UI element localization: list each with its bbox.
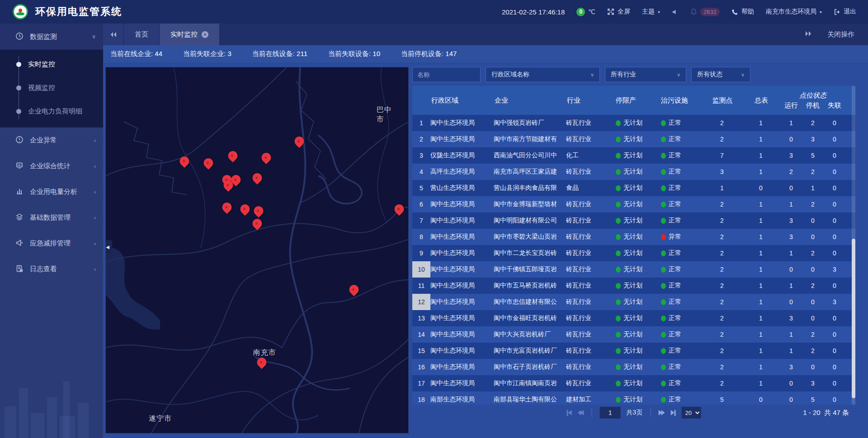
cell-lost: 0 bbox=[824, 359, 845, 375]
cell-meters: 1 bbox=[741, 196, 780, 212]
tabs-scroll-left-button[interactable] bbox=[103, 24, 124, 45]
status-dot-green bbox=[616, 332, 621, 338]
row-index: 16 bbox=[412, 359, 430, 375]
region-filter-value: 行政区域名称 bbox=[491, 71, 584, 79]
facility-status-text: 正常 bbox=[669, 298, 681, 306]
table-row[interactable]: 16阆中生态环境局阆中市石子页岩机砖厂砖瓦行业无计划正常21300 bbox=[412, 359, 855, 375]
cell-stop: 2 bbox=[802, 326, 824, 343]
prev-page-button[interactable] bbox=[578, 410, 584, 415]
sidebar-subitem-0-0[interactable]: 实时监控 bbox=[0, 52, 103, 76]
cell-facility-status: 正常 bbox=[656, 375, 703, 391]
sidebar: 数据监测∨实时监控视频监控企业电力负荷明细企业异常‹企业综合统计‹企业用电量分析… bbox=[0, 24, 103, 438]
next-page-button[interactable] bbox=[658, 410, 665, 415]
tabbar-right: 关闭操作 bbox=[805, 24, 868, 45]
fullscreen-icon bbox=[607, 8, 614, 15]
tab-0[interactable]: 首页 bbox=[124, 24, 160, 45]
table-row[interactable]: 8阆中生态环境局阆中市枣碧大梁山页岩砖瓦行业无计划异常21300 bbox=[412, 229, 855, 245]
sidebar-subitem-0-2[interactable]: 企业电力负荷明细 bbox=[0, 99, 103, 123]
sidebar-item-2[interactable]: 企业综合统计‹ bbox=[0, 153, 103, 179]
table-row[interactable]: 3仪陇生态环境局西南油气田分公司川中化工无计划正常71350 bbox=[412, 147, 855, 164]
tab-1[interactable]: 实时监控✕ bbox=[160, 24, 220, 45]
name-filter-input[interactable] bbox=[412, 67, 481, 82]
cell-company: 阆中市江南镇阆南页岩 bbox=[494, 375, 566, 391]
page-size-select[interactable]: 20 bbox=[681, 407, 701, 419]
table-row[interactable]: 10阆中生态环境局阆中千佛镇五郎垭页岩砖瓦行业无计划正常21003 bbox=[412, 261, 855, 278]
table-row[interactable]: 1阆中生态环境局阆中强锐页岩砖厂砖瓦行业无计划正常21120 bbox=[412, 115, 855, 131]
table-row[interactable]: 2阆中生态环境局阆中市南方节能建材有砖瓦行业无计划正常21030 bbox=[412, 131, 855, 147]
table-row[interactable]: 18南部生态环境局南部县瑞华土陶有限公建材加工无计划正常50050 bbox=[412, 391, 855, 405]
table-row[interactable]: 14阆中生态环境局阆中大兴页岩机砖厂砖瓦行业无计划正常21120 bbox=[412, 326, 855, 343]
table-row[interactable]: 4高坪生态环境局南充市高坪区王家店建砖瓦行业无计划正常31220 bbox=[412, 164, 855, 180]
status-dot-green bbox=[616, 348, 621, 354]
cell-points: 2 bbox=[703, 278, 741, 294]
monitor-gauge-icon bbox=[15, 32, 24, 42]
cell-region: 阆中生态环境局 bbox=[430, 261, 494, 278]
org-dropdown[interactable]: 南充市生态环境局 ▾ bbox=[766, 8, 822, 16]
status-dot-green bbox=[616, 316, 621, 321]
table-row[interactable]: 13阆中生态环境局阆中市金福旺页岩机砖砖瓦行业无计划正常21300 bbox=[412, 310, 855, 326]
cell-facility-status: 正常 bbox=[656, 261, 703, 278]
sidebar-item-1[interactable]: 企业异常‹ bbox=[0, 127, 103, 153]
cell-facility-status: 正常 bbox=[656, 180, 703, 196]
status-filter-select[interactable]: 所有状态 ∨ bbox=[691, 67, 750, 82]
row-index: 12 bbox=[412, 294, 430, 310]
notifications[interactable]: 2632 bbox=[690, 8, 720, 16]
sidebar-subitem-0-1[interactable]: 视频监控 bbox=[0, 76, 103, 99]
cell-company: 阆中强锐页岩砖厂 bbox=[494, 115, 566, 131]
status-dot-green bbox=[661, 348, 666, 354]
col-header-limit: 停限产 bbox=[611, 86, 656, 115]
sidebar-item-5[interactable]: 应急减排管理‹ bbox=[0, 231, 103, 256]
page-number-input[interactable] bbox=[600, 407, 621, 419]
table-row[interactable]: 15阆中生态环境局阆中市光富页岩机砖厂砖瓦行业无计划正常21120 bbox=[412, 343, 855, 359]
industry-filter-select[interactable]: 所有行业 ∨ bbox=[605, 67, 686, 82]
cell-region: 阆中生态环境局 bbox=[430, 278, 494, 294]
table-row[interactable]: 17阆中生态环境局阆中市江南镇阆南页岩砖瓦行业无计划正常21030 bbox=[412, 375, 855, 391]
fullscreen-button[interactable]: 全屏 bbox=[607, 8, 630, 16]
tabs-scroll-right-button[interactable] bbox=[805, 30, 812, 38]
datetime: 2021-02-25 17:46:18 bbox=[502, 8, 565, 16]
row-index: 13 bbox=[412, 310, 430, 326]
sidebar-item-label: 企业异常 bbox=[30, 136, 57, 145]
close-operations-button[interactable]: 关闭操作 bbox=[827, 30, 854, 39]
table-row[interactable]: 12阆中生态环境局阆中市忠信建材有限公砖瓦行业无计划正常21003 bbox=[412, 294, 855, 310]
cell-limit-status: 无计划 bbox=[611, 294, 656, 310]
table-scrollbar[interactable] bbox=[852, 86, 855, 405]
tab-close-icon[interactable]: ✕ bbox=[202, 31, 208, 38]
map-collapse-handle[interactable]: ◀ bbox=[105, 240, 112, 254]
cell-meters: 1 bbox=[741, 245, 780, 261]
first-page-button[interactable] bbox=[567, 410, 572, 416]
limit-status-text: 无计划 bbox=[623, 217, 642, 225]
sidebar-item-4[interactable]: 基础数据管理‹ bbox=[0, 205, 103, 231]
last-page-button[interactable] bbox=[670, 410, 675, 416]
status-dot-green bbox=[616, 234, 621, 240]
table-row[interactable]: 7阆中生态环境局阆中明阳建材有限公司砖瓦行业无计划正常21300 bbox=[412, 212, 855, 229]
table-row[interactable]: 11阆中生态环境局阆中市五马桥页岩机砖砖瓦行业无计划正常21120 bbox=[412, 278, 855, 294]
region-filter-select[interactable]: 行政区域名称 ∨ bbox=[486, 67, 600, 82]
table-row[interactable]: 5营山生态环境局营山县润丰肉食品有限食品无计划正常10010 bbox=[412, 180, 855, 196]
sidebar-item-6[interactable]: 日志查看‹ bbox=[0, 256, 103, 282]
cell-run: 0 bbox=[780, 180, 802, 196]
logout-button[interactable]: 退出 bbox=[834, 8, 856, 16]
cell-facility-status: 正常 bbox=[656, 391, 703, 405]
cell-meters: 1 bbox=[741, 326, 780, 343]
sidebar-item-0[interactable]: 数据监测∨ bbox=[0, 24, 103, 50]
theme-dropdown[interactable]: 主题 ▾ bbox=[642, 8, 660, 16]
sidebar-skyline-decoration bbox=[0, 370, 103, 438]
cell-points: 5 bbox=[703, 391, 741, 405]
stat-value: 44 bbox=[155, 50, 162, 57]
cell-stop: 0 bbox=[802, 261, 824, 278]
sound-button[interactable] bbox=[672, 9, 679, 15]
table-row[interactable]: 9阆中生态环境局阆中市二龙长宝页岩砖砖瓦行业无计划正常21120 bbox=[412, 245, 855, 261]
stat-value: 147 bbox=[445, 50, 457, 57]
help-button[interactable]: 帮助 bbox=[731, 8, 754, 16]
table-scrollbar-thumb[interactable] bbox=[852, 239, 855, 398]
status-dot-green bbox=[616, 185, 621, 191]
status-dot-green bbox=[661, 218, 666, 224]
table-row[interactable]: 6阆中生态环境局阆中市金博瑞新型墙材砖瓦行业无计划正常21120 bbox=[412, 196, 855, 212]
cell-stop: 3 bbox=[802, 131, 824, 147]
status-dot-green bbox=[661, 169, 666, 175]
sidebar-item-3[interactable]: 企业用电量分析‹ bbox=[0, 179, 103, 205]
cell-run: 0 bbox=[780, 131, 802, 147]
enterprise-table: 行政区域 企业 行业 停限产 治污设施 监测点 总表 点位状态 运行 停机 失联… bbox=[412, 86, 855, 405]
map[interactable]: ◀ 巴中市南充市遂宁市 bbox=[105, 67, 409, 433]
